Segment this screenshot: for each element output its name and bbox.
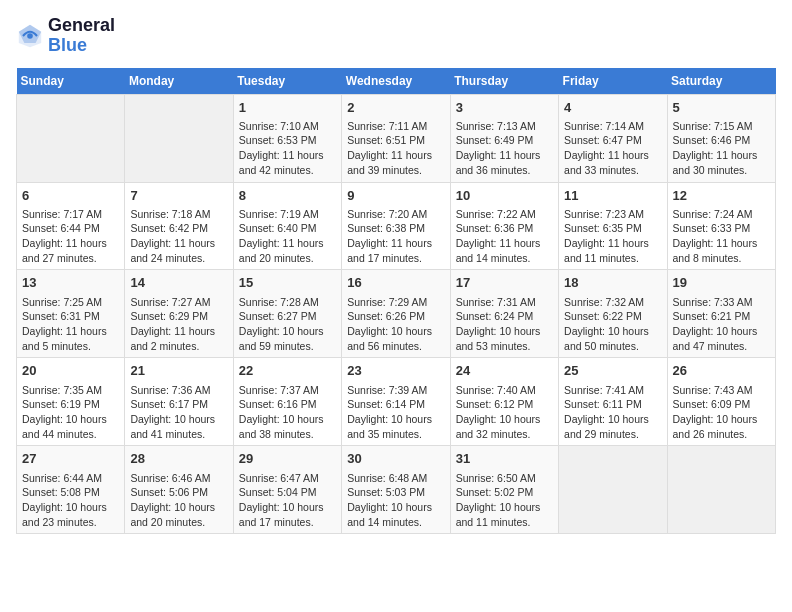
day-number: 18 <box>564 274 661 292</box>
header-friday: Friday <box>559 68 667 95</box>
calendar-cell: 3Sunrise: 7:13 AM Sunset: 6:49 PM Daylig… <box>450 94 558 182</box>
calendar-cell: 4Sunrise: 7:14 AM Sunset: 6:47 PM Daylig… <box>559 94 667 182</box>
calendar-row-3: 20Sunrise: 7:35 AM Sunset: 6:19 PM Dayli… <box>17 358 776 446</box>
day-number: 10 <box>456 187 553 205</box>
day-info: Sunrise: 7:36 AM Sunset: 6:17 PM Dayligh… <box>130 383 227 442</box>
day-info: Sunrise: 7:17 AM Sunset: 6:44 PM Dayligh… <box>22 207 119 266</box>
logo-text: GeneralBlue <box>48 16 115 56</box>
calendar-cell <box>125 94 233 182</box>
calendar-cell: 6Sunrise: 7:17 AM Sunset: 6:44 PM Daylig… <box>17 182 125 270</box>
day-info: Sunrise: 7:13 AM Sunset: 6:49 PM Dayligh… <box>456 119 553 178</box>
calendar-cell: 30Sunrise: 6:48 AM Sunset: 5:03 PM Dayli… <box>342 446 450 534</box>
day-number: 2 <box>347 99 444 117</box>
page-header: GeneralBlue <box>16 16 776 56</box>
calendar-cell: 10Sunrise: 7:22 AM Sunset: 6:36 PM Dayli… <box>450 182 558 270</box>
calendar-cell: 1Sunrise: 7:10 AM Sunset: 6:53 PM Daylig… <box>233 94 341 182</box>
day-info: Sunrise: 7:11 AM Sunset: 6:51 PM Dayligh… <box>347 119 444 178</box>
day-info: Sunrise: 7:39 AM Sunset: 6:14 PM Dayligh… <box>347 383 444 442</box>
calendar-table: SundayMondayTuesdayWednesdayThursdayFrid… <box>16 68 776 535</box>
day-number: 26 <box>673 362 770 380</box>
day-number: 3 <box>456 99 553 117</box>
header-wednesday: Wednesday <box>342 68 450 95</box>
calendar-cell: 31Sunrise: 6:50 AM Sunset: 5:02 PM Dayli… <box>450 446 558 534</box>
header-thursday: Thursday <box>450 68 558 95</box>
day-number: 21 <box>130 362 227 380</box>
day-info: Sunrise: 7:10 AM Sunset: 6:53 PM Dayligh… <box>239 119 336 178</box>
day-number: 19 <box>673 274 770 292</box>
day-info: Sunrise: 7:19 AM Sunset: 6:40 PM Dayligh… <box>239 207 336 266</box>
day-info: Sunrise: 7:23 AM Sunset: 6:35 PM Dayligh… <box>564 207 661 266</box>
day-info: Sunrise: 7:40 AM Sunset: 6:12 PM Dayligh… <box>456 383 553 442</box>
calendar-header-row: SundayMondayTuesdayWednesdayThursdayFrid… <box>17 68 776 95</box>
day-number: 27 <box>22 450 119 468</box>
calendar-cell: 17Sunrise: 7:31 AM Sunset: 6:24 PM Dayli… <box>450 270 558 358</box>
day-number: 22 <box>239 362 336 380</box>
calendar-cell: 13Sunrise: 7:25 AM Sunset: 6:31 PM Dayli… <box>17 270 125 358</box>
day-info: Sunrise: 6:48 AM Sunset: 5:03 PM Dayligh… <box>347 471 444 530</box>
day-number: 4 <box>564 99 661 117</box>
day-info: Sunrise: 6:44 AM Sunset: 5:08 PM Dayligh… <box>22 471 119 530</box>
calendar-cell: 28Sunrise: 6:46 AM Sunset: 5:06 PM Dayli… <box>125 446 233 534</box>
day-number: 6 <box>22 187 119 205</box>
calendar-cell: 14Sunrise: 7:27 AM Sunset: 6:29 PM Dayli… <box>125 270 233 358</box>
calendar-cell: 19Sunrise: 7:33 AM Sunset: 6:21 PM Dayli… <box>667 270 775 358</box>
day-info: Sunrise: 6:50 AM Sunset: 5:02 PM Dayligh… <box>456 471 553 530</box>
day-number: 28 <box>130 450 227 468</box>
day-info: Sunrise: 7:37 AM Sunset: 6:16 PM Dayligh… <box>239 383 336 442</box>
calendar-cell: 8Sunrise: 7:19 AM Sunset: 6:40 PM Daylig… <box>233 182 341 270</box>
day-number: 23 <box>347 362 444 380</box>
day-info: Sunrise: 7:31 AM Sunset: 6:24 PM Dayligh… <box>456 295 553 354</box>
day-number: 7 <box>130 187 227 205</box>
day-number: 17 <box>456 274 553 292</box>
calendar-cell: 7Sunrise: 7:18 AM Sunset: 6:42 PM Daylig… <box>125 182 233 270</box>
day-number: 29 <box>239 450 336 468</box>
day-number: 15 <box>239 274 336 292</box>
day-info: Sunrise: 7:43 AM Sunset: 6:09 PM Dayligh… <box>673 383 770 442</box>
calendar-cell: 9Sunrise: 7:20 AM Sunset: 6:38 PM Daylig… <box>342 182 450 270</box>
day-info: Sunrise: 7:41 AM Sunset: 6:11 PM Dayligh… <box>564 383 661 442</box>
calendar-cell: 22Sunrise: 7:37 AM Sunset: 6:16 PM Dayli… <box>233 358 341 446</box>
calendar-cell: 29Sunrise: 6:47 AM Sunset: 5:04 PM Dayli… <box>233 446 341 534</box>
day-info: Sunrise: 6:46 AM Sunset: 5:06 PM Dayligh… <box>130 471 227 530</box>
day-info: Sunrise: 7:32 AM Sunset: 6:22 PM Dayligh… <box>564 295 661 354</box>
day-number: 24 <box>456 362 553 380</box>
day-info: Sunrise: 7:15 AM Sunset: 6:46 PM Dayligh… <box>673 119 770 178</box>
day-number: 31 <box>456 450 553 468</box>
calendar-row-4: 27Sunrise: 6:44 AM Sunset: 5:08 PM Dayli… <box>17 446 776 534</box>
calendar-row-2: 13Sunrise: 7:25 AM Sunset: 6:31 PM Dayli… <box>17 270 776 358</box>
calendar-cell: 26Sunrise: 7:43 AM Sunset: 6:09 PM Dayli… <box>667 358 775 446</box>
calendar-cell: 5Sunrise: 7:15 AM Sunset: 6:46 PM Daylig… <box>667 94 775 182</box>
calendar-cell: 23Sunrise: 7:39 AM Sunset: 6:14 PM Dayli… <box>342 358 450 446</box>
day-number: 16 <box>347 274 444 292</box>
calendar-cell: 24Sunrise: 7:40 AM Sunset: 6:12 PM Dayli… <box>450 358 558 446</box>
header-tuesday: Tuesday <box>233 68 341 95</box>
calendar-cell: 11Sunrise: 7:23 AM Sunset: 6:35 PM Dayli… <box>559 182 667 270</box>
day-number: 12 <box>673 187 770 205</box>
day-number: 5 <box>673 99 770 117</box>
calendar-cell: 21Sunrise: 7:36 AM Sunset: 6:17 PM Dayli… <box>125 358 233 446</box>
calendar-cell <box>17 94 125 182</box>
logo-icon <box>16 22 44 50</box>
day-info: Sunrise: 7:28 AM Sunset: 6:27 PM Dayligh… <box>239 295 336 354</box>
day-number: 1 <box>239 99 336 117</box>
calendar-cell: 18Sunrise: 7:32 AM Sunset: 6:22 PM Dayli… <box>559 270 667 358</box>
day-number: 9 <box>347 187 444 205</box>
day-info: Sunrise: 7:14 AM Sunset: 6:47 PM Dayligh… <box>564 119 661 178</box>
logo: GeneralBlue <box>16 16 115 56</box>
header-sunday: Sunday <box>17 68 125 95</box>
day-info: Sunrise: 6:47 AM Sunset: 5:04 PM Dayligh… <box>239 471 336 530</box>
day-info: Sunrise: 7:18 AM Sunset: 6:42 PM Dayligh… <box>130 207 227 266</box>
header-monday: Monday <box>125 68 233 95</box>
calendar-cell: 2Sunrise: 7:11 AM Sunset: 6:51 PM Daylig… <box>342 94 450 182</box>
day-number: 30 <box>347 450 444 468</box>
day-info: Sunrise: 7:35 AM Sunset: 6:19 PM Dayligh… <box>22 383 119 442</box>
day-number: 20 <box>22 362 119 380</box>
day-number: 8 <box>239 187 336 205</box>
day-number: 25 <box>564 362 661 380</box>
calendar-cell: 20Sunrise: 7:35 AM Sunset: 6:19 PM Dayli… <box>17 358 125 446</box>
calendar-row-1: 6Sunrise: 7:17 AM Sunset: 6:44 PM Daylig… <box>17 182 776 270</box>
day-info: Sunrise: 7:29 AM Sunset: 6:26 PM Dayligh… <box>347 295 444 354</box>
day-number: 11 <box>564 187 661 205</box>
calendar-cell <box>667 446 775 534</box>
day-info: Sunrise: 7:24 AM Sunset: 6:33 PM Dayligh… <box>673 207 770 266</box>
